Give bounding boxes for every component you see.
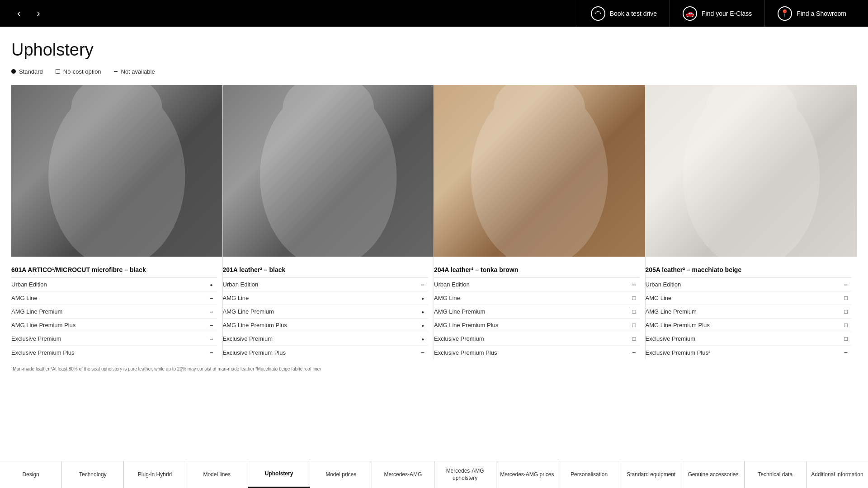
feature-label-601-0: Urban Edition — [11, 281, 206, 288]
feature-label-601-1: AMG Line — [11, 295, 206, 301]
bottom-nav-item-11[interactable]: Genuine accessories — [682, 461, 744, 488]
product-col-205: 205A leather² – macchiato beigeUrban Edi… — [646, 85, 857, 359]
bottom-nav-item-5[interactable]: Model prices — [310, 461, 372, 488]
bottom-nav-item-12[interactable]: Technical data — [745, 461, 807, 488]
feature-label-201-1: AMG Line — [223, 295, 418, 301]
feature-label-204-5: Exclusive Premium Plus — [434, 349, 629, 356]
feature-row-204-3: AMG Line Premium Plus — [434, 319, 640, 332]
product-col-201: 201A leather² – blackUrban EditionAMG Li… — [223, 85, 434, 359]
feature-row-601-3: AMG Line Premium Plus — [11, 319, 217, 332]
feature-label-601-3: AMG Line Premium Plus — [11, 322, 206, 328]
product-title-601: 601A ARTICO¹/MICROCUT microfibre – black — [11, 261, 217, 278]
feature-row-205-1: AMG Line — [646, 291, 852, 305]
bottom-nav-item-2[interactable]: Plug-in Hybrid — [124, 461, 186, 488]
feature-indicator-205-5 — [840, 349, 851, 356]
bottom-nav-item-10[interactable]: Standard equipment — [620, 461, 682, 488]
product-image-204 — [434, 85, 645, 257]
feature-indicator-204-5 — [629, 349, 640, 356]
product-image-201 — [223, 85, 434, 257]
feature-indicator-201-3 — [417, 322, 428, 328]
product-image-205 — [646, 85, 857, 257]
bottom-nav-item-13[interactable]: Additional information — [807, 461, 868, 488]
feature-row-205-5: Exclusive Premium Plus³ — [646, 346, 852, 359]
feature-indicator-601-1 — [206, 295, 217, 302]
product-title-201: 201A leather² – black — [223, 261, 429, 278]
steering-wheel-icon: ◠ — [591, 6, 605, 21]
feature-label-201-2: AMG Line Premium — [223, 308, 418, 315]
feature-row-201-5: Exclusive Premium Plus — [223, 346, 429, 359]
feature-row-601-4: Exclusive Premium — [11, 332, 217, 346]
bottom-nav-item-3[interactable]: Model lines — [186, 461, 248, 488]
location-pin-icon: 📍 — [778, 6, 792, 21]
product-image-601 — [11, 85, 222, 257]
bottom-nav-item-4[interactable]: Upholstery — [248, 461, 310, 488]
feature-row-204-1: AMG Line — [434, 291, 640, 305]
bottom-nav-item-6[interactable]: Mercedes-AMG — [372, 461, 434, 488]
feature-label-204-4: Exclusive Premium — [434, 335, 629, 342]
feature-label-205-0: Urban Edition — [646, 281, 841, 288]
feature-indicator-601-2 — [206, 308, 217, 315]
feature-indicator-205-1 — [840, 295, 851, 301]
feature-indicator-204-4 — [629, 335, 640, 342]
feature-indicator-601-4 — [206, 335, 217, 343]
bottom-nav-item-9[interactable]: Personalisation — [558, 461, 620, 488]
feature-row-205-0: Urban Edition — [646, 278, 852, 291]
feature-indicator-205-4 — [840, 335, 851, 342]
feature-row-201-4: Exclusive Premium — [223, 332, 429, 346]
feature-row-601-1: AMG Line — [11, 291, 217, 305]
feature-indicator-205-0 — [840, 281, 851, 288]
feature-row-204-5: Exclusive Premium Plus — [434, 346, 640, 359]
product-col-601: 601A ARTICO¹/MICROCUT microfibre – black… — [11, 85, 223, 359]
feature-label-205-5: Exclusive Premium Plus³ — [646, 349, 841, 356]
feature-indicator-601-0 — [206, 281, 217, 288]
page-title: Upholstery — [11, 40, 857, 60]
feature-row-204-0: Urban Edition — [434, 278, 640, 291]
find-eclass-button[interactable]: 🚗 Find your E-Class — [670, 0, 764, 27]
find-showroom-button[interactable]: 📍 Find a Showroom — [764, 0, 859, 27]
feature-label-204-0: Urban Edition — [434, 281, 629, 288]
feature-label-201-0: Urban Edition — [223, 281, 418, 288]
feature-indicator-205-3 — [840, 322, 851, 328]
legend-standard: Standard — [11, 68, 43, 75]
product-title-204: 204A leather² – tonka brown — [434, 261, 640, 278]
next-button[interactable]: › — [28, 0, 48, 27]
feature-label-205-1: AMG Line — [646, 295, 841, 301]
feature-indicator-204-1 — [629, 295, 640, 301]
feature-label-205-3: AMG Line Premium Plus — [646, 322, 841, 328]
feature-row-601-2: AMG Line Premium — [11, 305, 217, 319]
feature-row-204-2: AMG Line Premium — [434, 305, 640, 319]
bottom-nav-item-1[interactable]: Technology — [62, 461, 124, 488]
feature-indicator-601-5 — [206, 349, 217, 356]
feature-label-601-2: AMG Line Premium — [11, 308, 206, 315]
feature-row-204-4: Exclusive Premium — [434, 332, 640, 346]
feature-row-205-4: Exclusive Premium — [646, 332, 852, 346]
legend-nocost: No-cost option — [56, 68, 101, 75]
book-test-drive-button[interactable]: ◠ Book a test drive — [578, 0, 670, 27]
prev-button[interactable]: ‹ — [9, 0, 28, 27]
feature-row-601-5: Exclusive Premium Plus — [11, 346, 217, 359]
feature-label-204-2: AMG Line Premium — [434, 308, 629, 315]
legend: Standard No-cost option – Not available — [11, 68, 857, 75]
feature-row-205-2: AMG Line Premium — [646, 305, 852, 319]
top-navigation: ‹ › ◠ Book a test drive 🚗 Find your E-Cl… — [0, 0, 868, 27]
nav-actions: ◠ Book a test drive 🚗 Find your E-Class … — [578, 0, 859, 27]
feature-row-201-2: AMG Line Premium — [223, 305, 429, 319]
feature-label-201-4: Exclusive Premium — [223, 335, 418, 342]
feature-label-201-3: AMG Line Premium Plus — [223, 322, 418, 328]
feature-label-601-4: Exclusive Premium — [11, 335, 206, 342]
bottom-nav-item-7[interactable]: Mercedes-AMG upholstery — [434, 461, 496, 488]
feature-row-201-1: AMG Line — [223, 291, 429, 305]
bottom-nav-item-8[interactable]: Mercedes-AMG prices — [496, 461, 558, 488]
feature-row-201-3: AMG Line Premium Plus — [223, 319, 429, 332]
feature-row-601-0: Urban Edition — [11, 278, 217, 291]
feature-indicator-204-3 — [629, 322, 640, 328]
feature-label-201-5: Exclusive Premium Plus — [223, 349, 418, 356]
product-grid: 601A ARTICO¹/MICROCUT microfibre – black… — [11, 85, 857, 359]
feature-label-601-5: Exclusive Premium Plus — [11, 349, 206, 356]
bottom-nav-item-0[interactable]: Design — [0, 461, 62, 488]
standard-dot-icon — [11, 69, 16, 74]
feature-indicator-601-3 — [206, 322, 217, 329]
feature-row-205-3: AMG Line Premium Plus — [646, 319, 852, 332]
main-content: Upholstery Standard No-cost option – Not… — [0, 27, 868, 389]
nocost-square-icon — [56, 69, 60, 74]
